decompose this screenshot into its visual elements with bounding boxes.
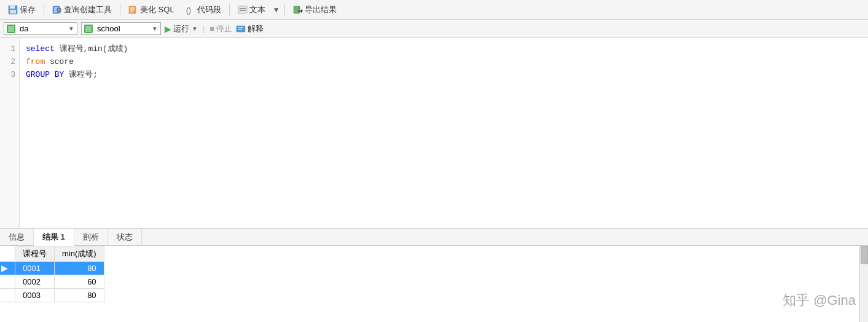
- cell-min-score: 80: [55, 262, 104, 275]
- code-button[interactable]: () 代码段: [181, 2, 225, 17]
- db1-selector[interactable]: da ▼: [4, 22, 77, 35]
- cell-min-score: 80: [55, 289, 104, 302]
- svg-rect-2: [10, 10, 16, 14]
- stop-label: 停止: [216, 23, 232, 34]
- run-label: 运行: [173, 23, 189, 34]
- separator-2: [120, 4, 120, 15]
- stop-button[interactable]: ■ 停止: [209, 23, 232, 34]
- cell-min-score: 60: [55, 275, 104, 289]
- text-icon: [238, 5, 248, 15]
- explain-icon: [236, 24, 246, 34]
- query-tool-button[interactable]: 查询创建工具: [48, 2, 116, 17]
- explain-button[interactable]: 解释: [236, 23, 264, 34]
- separator-3: [229, 4, 230, 15]
- keyword-groupby: GROUP BY: [26, 70, 64, 79]
- svg-rect-21: [237, 26, 245, 32]
- db1-value: da: [20, 24, 28, 33]
- keyword-select: select: [26, 44, 55, 53]
- export-icon: [293, 5, 303, 15]
- svg-rect-14: [238, 6, 247, 14]
- result-tabs-bar: 信息 结果 1 剖析 状态: [0, 229, 868, 246]
- play-icon: ▶: [165, 24, 171, 34]
- line3-rest: 课程号;: [64, 70, 98, 79]
- line-numbers: 1 2 3: [0, 38, 20, 228]
- save-button[interactable]: 保存: [4, 2, 40, 17]
- row-indicator: ▶: [0, 262, 15, 275]
- row-indicator: [0, 275, 15, 289]
- cell-course-id: 0003: [15, 289, 55, 302]
- line-number-1: 1: [4, 43, 15, 56]
- keyword-from: from: [26, 57, 45, 66]
- save-icon: [8, 5, 18, 15]
- separator-1: [44, 4, 44, 15]
- db2-selector[interactable]: school ▼: [81, 22, 161, 35]
- line2-rest: score: [45, 57, 74, 66]
- tab-status[interactable]: 状态: [108, 229, 142, 245]
- db2-arrow: ▼: [152, 25, 158, 32]
- line-number-2: 2: [4, 56, 15, 69]
- sql-editor[interactable]: 1 2 3 select 课程号,min(成绩) from score GROU…: [0, 38, 868, 229]
- tab-info[interactable]: 信息: [0, 229, 34, 245]
- svg-rect-1: [10, 6, 15, 9]
- separator-4: [284, 4, 285, 15]
- db1-arrow: ▼: [68, 25, 74, 32]
- results-panel: 信息 结果 1 剖析 状态 课程号 min(成绩) ▶0001800002600…: [0, 229, 868, 322]
- run-sep: |: [203, 24, 205, 33]
- tab-result1[interactable]: 结果 1: [34, 229, 74, 246]
- stop-icon: ■: [209, 24, 214, 33]
- run-dropdown-arrow[interactable]: ▼: [192, 25, 198, 32]
- export-button[interactable]: 导出结果: [289, 2, 341, 17]
- cell-course-id: 0002: [15, 275, 55, 289]
- scrollbar-track[interactable]: [859, 246, 868, 322]
- run-button[interactable]: ▶ 运行 ▼: [165, 23, 198, 34]
- text-dropdown-arrow[interactable]: ▼: [273, 6, 280, 14]
- tab-profile[interactable]: 剖析: [74, 229, 108, 245]
- table-row[interactable]: 000260: [0, 275, 104, 289]
- col2-header: min(成绩): [55, 246, 104, 262]
- scrollbar-thumb[interactable]: [861, 246, 868, 264]
- code-icon: (): [186, 5, 195, 15]
- table-row[interactable]: ▶000180: [0, 262, 104, 275]
- explain-label: 解释: [248, 23, 264, 34]
- text-button[interactable]: 文本: [233, 2, 270, 17]
- db1-icon: [7, 25, 15, 33]
- cell-course-id: 0001: [15, 262, 55, 275]
- db2-icon: [84, 25, 93, 33]
- col1-header: 课程号: [15, 246, 55, 262]
- beautify-icon: [128, 5, 138, 15]
- line1-rest: 课程号,min(成绩): [55, 44, 128, 53]
- result-table: 课程号 min(成绩) ▶000180000260000380: [0, 246, 104, 302]
- svg-marker-20: [301, 9, 303, 13]
- main-toolbar: 保存 查询创建工具 美化 SQL () 代码段: [0, 0, 868, 20]
- db-selector-bar: da ▼ school ▼ ▶ 运行 ▼ | ■ 停止 解释: [0, 20, 868, 38]
- code-content[interactable]: select 课程号,min(成绩) from score GROUP BY 课…: [20, 38, 868, 228]
- result-table-wrapper: 课程号 min(成绩) ▶000180000260000380: [0, 246, 868, 322]
- query-icon: [52, 5, 62, 15]
- table-row[interactable]: 000380: [0, 289, 104, 302]
- beautify-sql-button[interactable]: 美化 SQL: [124, 2, 179, 17]
- line-number-3: 3: [4, 69, 15, 82]
- svg-text:(): (): [186, 6, 191, 15]
- db2-value: school: [97, 24, 120, 33]
- row-indicator: [0, 289, 15, 302]
